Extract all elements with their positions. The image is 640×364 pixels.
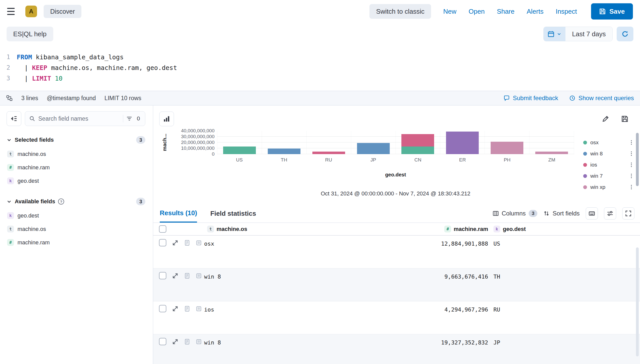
select-all-checkbox[interactable] [159,225,166,233]
show-recent-queries-link[interactable]: Show recent queries [569,95,634,102]
legend-options-icon[interactable] [629,184,633,190]
expand-row-icon[interactable] [172,272,179,279]
expand-row-icon[interactable] [172,305,179,312]
bar-segment-CN-osx[interactable] [401,147,434,154]
legend-item-win-8[interactable]: win 8 [583,148,633,159]
expand-row-icon[interactable] [172,338,179,345]
alerts-link[interactable]: Alerts [527,8,543,15]
open-link[interactable]: Open [469,8,485,15]
inspect-document-icon[interactable] [196,273,202,279]
save-visualization-button[interactable] [620,114,630,124]
tab-field-statistics[interactable]: Field statistics [210,204,256,223]
row-checkbox[interactable] [159,272,166,279]
tab-results[interactable]: Results (10) [160,204,197,223]
field-item-geo-dest[interactable]: k geo.dest [7,174,145,188]
row-checkbox[interactable] [159,305,166,312]
quick-select-button[interactable] [544,27,565,41]
legend-options-icon[interactable] [629,151,633,156]
visualization-type-button[interactable] [159,112,174,126]
view-document-icon[interactable] [184,240,190,246]
view-document-icon[interactable] [184,273,190,279]
inspect-document-icon[interactable] [196,339,202,345]
esql-help-button[interactable]: ES|QL help [7,27,53,41]
available-fields-header[interactable]: Available fields 3 [7,198,145,205]
selected-fields-header[interactable]: Selected fields 3 [7,136,145,144]
legend-options-icon[interactable] [629,173,633,179]
legend-item-ios[interactable]: ios [583,159,633,170]
cell-geo-dest[interactable]: TH [488,268,640,280]
inspect-document-icon[interactable] [196,306,202,312]
time-range-label[interactable]: Last 7 days [565,27,612,41]
switch-to-classic-button[interactable]: Switch to classic [369,4,431,19]
legend-options-icon[interactable] [629,140,633,145]
edit-visualization-button[interactable] [600,114,611,124]
field-item-machine-os[interactable]: t machine.os [7,222,145,236]
column-header-machine-os[interactable]: t machine.os [204,226,430,232]
expand-row-icon[interactable] [172,240,179,246]
field-item-machine-os[interactable]: t machine.os [7,147,145,161]
cell-geo-dest[interactable]: RU [488,301,640,313]
breadcrumb[interactable]: Discover [44,5,81,18]
editor-line[interactable]: 1 FROM kibana_sample_data_logs [0,52,640,62]
editor-line[interactable]: 2 | KEEP machine.os, machine.ram, geo.de… [0,62,640,73]
columns-button[interactable]: Columns 3 [493,210,538,217]
legend-item-osx[interactable]: osx [583,137,633,148]
x-axis-tick-PH: PH [485,157,529,163]
inspect-document-icon[interactable] [196,240,202,246]
cell-machine-os[interactable]: win 8 [204,334,430,346]
esql-editor[interactable]: 1 FROM kibana_sample_data_logs 2 | KEEP … [0,45,640,91]
inspect-link[interactable]: Inspect [556,8,577,15]
bar-segment-CN-ios[interactable] [401,134,434,147]
cell-machine-ram[interactable]: 4,294,967,296 [430,301,488,313]
collapse-sidebar-button[interactable] [7,111,21,126]
submit-feedback-link[interactable]: Submit feedback [504,95,558,102]
cell-machine-ram[interactable]: 12,884,901,888 [430,235,488,247]
row-checkbox[interactable] [159,338,166,345]
sort-fields-button[interactable]: Sort fields [543,210,580,217]
search-input[interactable] [38,115,120,122]
view-document-icon[interactable] [184,306,190,312]
field-search-box[interactable]: 0 [25,111,145,126]
filter-icon[interactable] [126,116,132,122]
cell-machine-os[interactable]: osx [204,235,430,247]
scrollbar-thumb[interactable] [636,133,639,186]
menu-icon[interactable] [7,6,19,17]
new-link[interactable]: New [443,8,456,15]
save-button[interactable]: Save [591,3,633,20]
cell-machine-os[interactable]: ios [204,301,430,313]
column-header-geo-dest[interactable]: k geo.dest [488,226,640,232]
column-header-machine-ram[interactable]: # machine.ram [430,226,488,232]
keyboard-shortcuts-button[interactable] [586,207,598,220]
field-item-machine-ram[interactable]: # machine.ram [7,161,145,174]
cell-machine-ram[interactable]: 19,327,352,832 [430,334,488,346]
refresh-button[interactable] [617,27,633,41]
keyword-field-icon: k [7,177,14,184]
fullscreen-button[interactable] [622,207,634,220]
bar-segment-PH-win-xp[interactable] [491,142,523,154]
help-icon[interactable] [58,198,64,205]
space-avatar[interactable]: A [25,6,37,17]
bar-segment-RU-ios[interactable] [312,152,345,154]
bar-segment-ZM-win-xp[interactable] [535,152,568,154]
cell-geo-dest[interactable]: JP [488,334,640,346]
field-item-geo-dest[interactable]: k geo.dest [7,209,145,222]
row-checkbox[interactable] [159,239,166,246]
field-item-machine-ram[interactable]: # machine.ram [7,236,145,249]
bar-segment-TH-win-8[interactable] [268,149,300,154]
bar-segment-JP-win-8[interactable] [357,143,390,154]
legend-item-win-7[interactable]: win 7 [583,170,633,181]
display-options-button[interactable] [604,207,616,220]
cell-machine-os[interactable]: win 8 [204,268,430,280]
legend-options-icon[interactable] [629,162,633,168]
bar-segment-US-osx[interactable] [223,147,256,154]
x-axis-tick-US: US [217,157,262,163]
bar-segment-ER-win-7[interactable] [446,132,479,154]
editor-line[interactable]: 3 | LIMIT 10 [0,73,640,84]
cell-machine-ram[interactable]: 9,663,676,416 [430,268,488,280]
legend-item-win-xp[interactable]: win xp [583,181,633,193]
scrollbar-thumb[interactable] [636,247,639,356]
cell-geo-dest[interactable]: US [488,235,640,247]
share-link[interactable]: Share [497,8,514,15]
date-picker[interactable]: Last 7 days [543,27,613,41]
view-document-icon[interactable] [184,339,190,345]
